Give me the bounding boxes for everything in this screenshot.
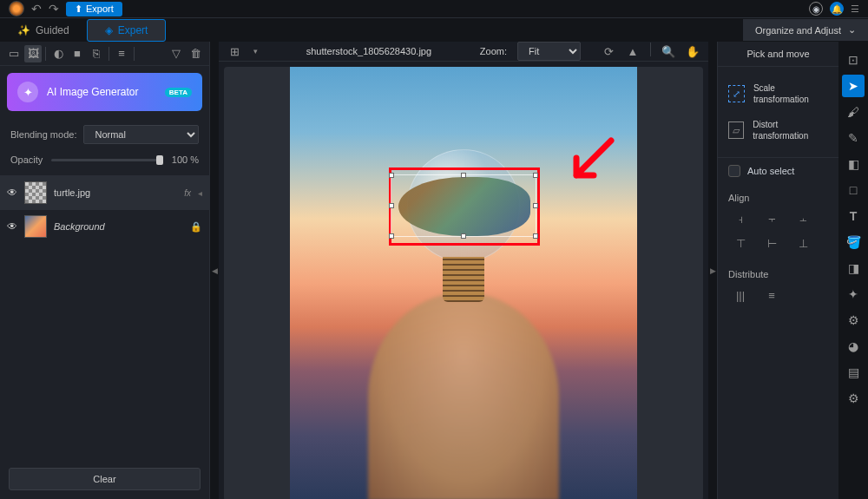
distort-label: Distort transformation bbox=[753, 119, 828, 141]
mask-icon[interactable]: ■ bbox=[69, 45, 86, 62]
text-tool-icon[interactable]: T bbox=[842, 205, 865, 227]
merge-icon[interactable]: ≡ bbox=[113, 45, 130, 62]
distribute-v-icon[interactable]: ≡ bbox=[760, 286, 784, 304]
properties-panel: Pick and move ⤢ Scale transformation ▱ D… bbox=[717, 42, 838, 499]
fx-badge[interactable]: fx bbox=[184, 188, 191, 198]
lock-icon[interactable]: 🔒 bbox=[190, 221, 202, 233]
new-layer-icon[interactable]: ▭ bbox=[5, 45, 23, 62]
blending-mode-label: Blending mode: bbox=[10, 129, 76, 140]
zoom-tool-icon[interactable]: 🔍 bbox=[660, 43, 677, 60]
tab-guided-label: Guided bbox=[36, 24, 69, 36]
tool-rail: ⊡ ➤ 🖌 ✎ ◧ □ T 🪣 ◨ ✦ ⚙ ◕ ▤ ⚙ bbox=[838, 42, 868, 499]
layer-name: Background bbox=[54, 221, 183, 232]
opacity-value: 100 % bbox=[172, 154, 199, 165]
align-center-h-icon[interactable]: ⫟ bbox=[760, 210, 784, 227]
align-center-v-icon[interactable]: ⊢ bbox=[760, 234, 784, 252]
align-left-icon[interactable]: ⫞ bbox=[728, 210, 753, 227]
canvas-toolbar: ⊞ ▾ shutterstock_1805628430.jpg Zoom: Fi… bbox=[219, 42, 708, 62]
distribute-h-icon[interactable]: ||| bbox=[728, 286, 753, 304]
adjustment-icon[interactable]: ◐ bbox=[49, 45, 67, 62]
canvas-viewport[interactable] bbox=[224, 67, 703, 499]
selection-handle[interactable] bbox=[533, 173, 538, 178]
fill-tool-icon[interactable]: 🪣 bbox=[842, 231, 865, 253]
settings-tool-icon[interactable]: ⚙ bbox=[842, 387, 865, 410]
filter-icon[interactable]: ▽ bbox=[168, 45, 185, 62]
user-icon[interactable]: ◉ bbox=[809, 2, 823, 16]
wand-icon: ✨ bbox=[17, 24, 30, 36]
selection-box[interactable] bbox=[391, 174, 536, 237]
organize-label: Organize and Adjust bbox=[755, 25, 841, 36]
selection-handle[interactable] bbox=[461, 233, 466, 239]
trash-icon[interactable]: 🗑 bbox=[187, 45, 204, 62]
zoom-select[interactable]: Fit bbox=[517, 42, 581, 61]
opacity-label: Opacity bbox=[10, 154, 43, 165]
shape-tool-icon[interactable]: □ bbox=[842, 179, 865, 201]
pen-tool-icon[interactable]: ✎ bbox=[842, 127, 865, 149]
chevron-down-icon[interactable]: ▾ bbox=[253, 47, 258, 56]
align-right-icon[interactable]: ⫠ bbox=[791, 210, 815, 227]
effects-tool-icon[interactable]: ✦ bbox=[842, 283, 865, 305]
layers-toolbar: ▭ 🖼 ◐ ■ ⎘ ≡ ▽ 🗑 bbox=[0, 42, 209, 66]
layer-background[interactable]: 👁 Background 🔒 bbox=[0, 209, 209, 243]
brush-tool-icon[interactable]: 🖌 bbox=[842, 101, 865, 123]
move-tool-icon[interactable]: ➤ bbox=[842, 75, 865, 97]
menu-icon[interactable]: ☰ bbox=[851, 3, 859, 15]
align-bottom-icon[interactable]: ⊥ bbox=[791, 234, 815, 252]
auto-select-label: Auto select bbox=[747, 166, 794, 176]
layer-turtle[interactable]: 👁 turtle.jpg fx ◂ bbox=[0, 175, 209, 209]
topbar: ↶ ↷ ⬆ Export ◉ 🔔 ☰ bbox=[0, 0, 868, 17]
selection-handle[interactable] bbox=[389, 203, 394, 208]
layers-icon: ◈ bbox=[105, 24, 113, 36]
canvas-image[interactable] bbox=[290, 67, 637, 499]
selection-handle[interactable] bbox=[533, 203, 538, 208]
ai-gen-label: AI Image Generator bbox=[47, 86, 138, 98]
selection-handle[interactable] bbox=[389, 233, 394, 239]
eraser-tool-icon[interactable]: ◧ bbox=[842, 153, 865, 175]
pan-tool-icon[interactable]: ✋ bbox=[684, 43, 701, 60]
selection-handle[interactable] bbox=[533, 233, 538, 239]
chevron-down-icon: ⌄ bbox=[848, 24, 856, 36]
beta-badge: BETA bbox=[165, 88, 192, 97]
collapse-left-icon[interactable]: ◀ bbox=[210, 42, 219, 499]
organize-adjust-button[interactable]: Organize and Adjust ⌄ bbox=[743, 19, 868, 41]
tab-expert[interactable]: ◈ Expert bbox=[87, 19, 167, 42]
redo-icon[interactable]: ↷ bbox=[49, 2, 59, 16]
export-label: Export bbox=[86, 3, 114, 14]
scale-label: Scale transformation bbox=[753, 82, 828, 105]
ai-image-generator-button[interactable]: ✦ AI Image Generator BETA bbox=[7, 73, 202, 111]
grid-icon[interactable]: ⊞ bbox=[226, 43, 243, 60]
crop-tool-icon[interactable]: ⊡ bbox=[842, 49, 865, 71]
levels-tool-icon[interactable]: ▤ bbox=[842, 361, 865, 384]
align-top-icon[interactable]: ⊤ bbox=[728, 234, 753, 252]
flip-icon[interactable]: ▲ bbox=[624, 43, 641, 60]
selection-handle[interactable] bbox=[389, 173, 394, 178]
layer-name: turtle.jpg bbox=[54, 187, 177, 198]
clear-button[interactable]: Clear bbox=[9, 468, 201, 490]
visibility-icon[interactable]: 👁 bbox=[7, 187, 17, 199]
auto-select-checkbox[interactable] bbox=[728, 165, 740, 177]
scale-transformation-button[interactable]: ⤢ Scale transformation bbox=[728, 76, 828, 112]
color-tool-icon[interactable]: ◕ bbox=[842, 335, 865, 358]
upload-icon: ⬆ bbox=[75, 3, 82, 15]
adjust-tool-icon[interactable]: ⚙ bbox=[842, 309, 865, 332]
image-layer-icon[interactable]: 🖼 bbox=[24, 45, 42, 62]
export-button[interactable]: ⬆ Export bbox=[66, 2, 122, 16]
distort-transformation-button[interactable]: ▱ Distort transformation bbox=[728, 112, 828, 148]
selection-handle[interactable] bbox=[461, 173, 466, 178]
ai-sparkle-icon: ✦ bbox=[17, 82, 38, 102]
distribute-label: Distribute bbox=[718, 260, 838, 283]
opacity-slider[interactable] bbox=[51, 159, 163, 161]
document-filename: shutterstock_1805628430.jpg bbox=[268, 46, 470, 56]
visibility-icon[interactable]: 👁 bbox=[7, 220, 17, 233]
app-logo[interactable] bbox=[9, 1, 24, 16]
notification-icon[interactable]: 🔔 bbox=[830, 2, 844, 16]
link-icon[interactable]: ⎘ bbox=[88, 45, 105, 62]
collapse-right-icon[interactable]: ▶ bbox=[708, 42, 717, 499]
mode-tabbar: ✨ Guided ◈ Expert Organize and Adjust ⌄ bbox=[0, 17, 868, 42]
expand-icon[interactable]: ◂ bbox=[198, 188, 202, 198]
blending-mode-select[interactable]: Normal bbox=[83, 125, 199, 144]
tab-guided[interactable]: ✨ Guided bbox=[0, 20, 87, 41]
undo-icon[interactable]: ↶ bbox=[31, 2, 42, 16]
rotate-icon[interactable]: ⟳ bbox=[600, 43, 617, 60]
gradient-tool-icon[interactable]: ◨ bbox=[842, 257, 865, 279]
